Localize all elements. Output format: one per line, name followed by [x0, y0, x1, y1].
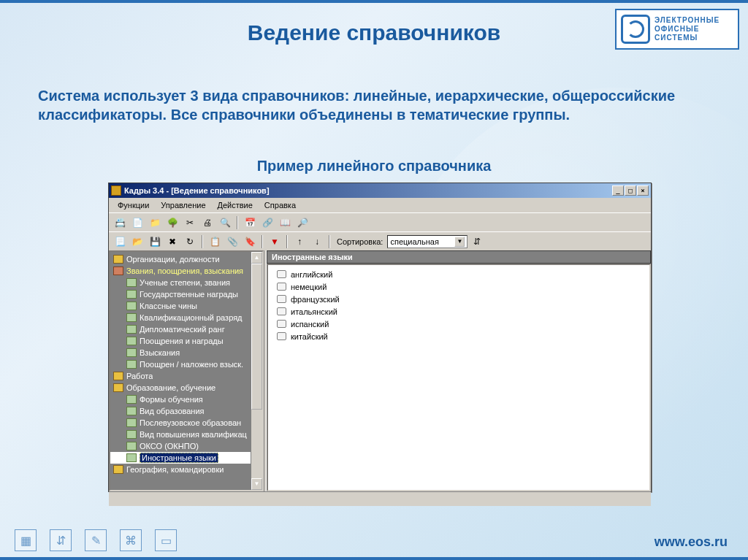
tree-item[interactable]: Дипломатический ранг	[110, 323, 262, 335]
toolbar-2: 📃 📂 💾 ✖ ↻ 📋 📎 🔖 ▼ ↑ ↓ Сортировка: специа…	[109, 231, 651, 250]
doc-icon	[126, 313, 137, 322]
tb-tag-icon[interactable]: 🔖	[242, 234, 258, 249]
tree-item[interactable]: Взыскания	[110, 347, 262, 358]
list-item-label: испанский	[291, 320, 329, 329]
tb-page-icon[interactable]: 📄	[129, 215, 145, 230]
slide-bottom-border	[0, 557, 748, 560]
tree-item-label: Ученые степени, звания	[140, 278, 230, 287]
doc-icon	[126, 302, 137, 310]
tree-item[interactable]: Организации, должности	[110, 253, 262, 265]
tree-item[interactable]: Образование, обучение	[110, 382, 262, 394]
maximize-button[interactable]: □	[625, 185, 636, 196]
slide-top-border	[0, 0, 748, 3]
tree-item-label: Работа	[126, 372, 153, 380]
list-item[interactable]: китайский	[271, 330, 646, 342]
tree-item-label: Вид образования	[140, 407, 205, 415]
tree-item[interactable]: ОКСО (ОКНПО)	[110, 440, 262, 452]
tree-item[interactable]: Работа	[110, 370, 262, 382]
list-item-label: немецкий	[291, 283, 327, 291]
doc-icon	[126, 418, 137, 427]
tree-item-label: Поощрения и награды	[140, 337, 224, 345]
toolbar-sep-2	[202, 235, 203, 248]
tb-cut-icon[interactable]: ✂	[182, 215, 198, 230]
tb-up-icon[interactable]: ↑	[291, 234, 308, 249]
tree-item[interactable]: Вид повышения квалификац	[110, 429, 262, 440]
tb-save-icon[interactable]: 💾	[147, 234, 163, 249]
tb-book-icon[interactable]: 📖	[277, 215, 293, 230]
tree-item[interactable]: Иностранные языки	[110, 452, 262, 464]
menu-help[interactable]: Справка	[259, 199, 302, 211]
tree-item-label: Звания, поощрения, взыскания	[126, 266, 243, 275]
scroll-thumb[interactable]	[251, 264, 262, 410]
minimize-button[interactable]: _	[612, 185, 624, 196]
menu-action[interactable]: Действие	[212, 199, 259, 211]
chevron-down-icon[interactable]: ▼	[454, 237, 465, 247]
tb-open-icon[interactable]: 📂	[129, 234, 145, 249]
footer-url: www.eos.ru	[654, 534, 728, 550]
tb-down-icon[interactable]: ↓	[309, 234, 325, 249]
tree-item-label: География, командировки	[126, 465, 224, 474]
list-item[interactable]: итальянский	[271, 305, 646, 318]
folder-icon	[113, 465, 123, 474]
app-icon	[111, 185, 121, 196]
list-item[interactable]: испанский	[271, 318, 646, 330]
tree-item[interactable]: Квалификационный разряд	[110, 312, 262, 323]
menu-management[interactable]: Управление	[155, 199, 211, 211]
tree-item[interactable]: Ученые степени, звания	[110, 277, 262, 288]
tb-preview-icon[interactable]: 🔍	[217, 215, 233, 230]
footer-card-icon: ▭	[155, 529, 177, 551]
card-icon	[277, 270, 286, 278]
tb-paste-icon[interactable]: 📎	[224, 234, 240, 249]
tree-item-label: Организации, должности	[126, 255, 220, 264]
app-body: Организации, должностиЗвания, поощрения,…	[109, 250, 651, 491]
titlebar[interactable]: Кадры 3.4 - [Ведение справочников] _ □ ×	[109, 183, 651, 198]
list-item[interactable]: немецкий	[271, 280, 646, 293]
tb-print-icon[interactable]: 🖨	[199, 215, 215, 230]
window-controls: _ □ ×	[612, 185, 649, 196]
scroll-down-icon[interactable]: ▼	[251, 478, 262, 490]
tb-link-icon[interactable]: 🔗	[259, 215, 275, 230]
tree-item-label: Образование, обучение	[126, 383, 215, 392]
tb-new-icon[interactable]: 📃	[112, 234, 128, 249]
doc-icon	[126, 407, 137, 415]
tree-scrollbar[interactable]: ▲ ▼	[251, 252, 262, 490]
tb-apply-sort-icon[interactable]: ⇵	[469, 234, 485, 249]
list-item[interactable]: французский	[271, 293, 646, 305]
special-icon	[113, 266, 123, 275]
list-item[interactable]: английский	[271, 268, 646, 280]
doc-icon	[126, 348, 137, 357]
doc-icon	[126, 278, 137, 287]
scroll-up-icon[interactable]: ▲	[251, 252, 262, 264]
tree-item[interactable]: Поощрения и награды	[110, 335, 262, 347]
tree-item[interactable]: Звания, поощрения, взыскания	[110, 265, 262, 277]
tree-item-label: Вид повышения квалификац	[140, 430, 247, 439]
slide-subtitle: Пример линейного справочника	[0, 158, 748, 174]
tb-copy-icon[interactable]: 📋	[207, 234, 223, 249]
close-button[interactable]: ×	[637, 185, 649, 196]
tb-refresh-icon[interactable]: ↻	[182, 234, 198, 249]
tree-item[interactable]: География, командировки	[110, 464, 262, 475]
tb-tree-icon[interactable]: 🌳	[164, 215, 180, 230]
doc-icon	[126, 290, 137, 299]
doc-icon	[126, 325, 137, 334]
menu-functions[interactable]: Функции	[112, 199, 155, 211]
tb-cards-icon[interactable]: 📇	[112, 215, 128, 230]
content-panel: Иностранные языки английскийнемецкийфран…	[267, 250, 651, 491]
sort-select[interactable]: специальная ▼	[387, 235, 468, 248]
tree-item[interactable]: Послевузовское образован	[110, 417, 262, 429]
folder-icon	[113, 372, 123, 380]
tree-item-label: Взыскания	[140, 348, 180, 357]
tb-folder-icon[interactable]: 📁	[147, 215, 163, 230]
tree-item[interactable]: Вид образования	[110, 405, 262, 417]
tree-item[interactable]: Государственные награды	[110, 288, 262, 300]
tb-search-icon[interactable]: 🔎	[294, 215, 310, 230]
tb-calendar-icon[interactable]: 📅	[242, 215, 258, 230]
tree-item[interactable]: Классные чины	[110, 300, 262, 312]
tree-item[interactable]: Формы обучения	[110, 394, 262, 405]
tb-filter-icon[interactable]: ▼	[267, 234, 283, 249]
content-body: английскийнемецкийфранцузскийитальянский…	[267, 264, 651, 491]
toolbar-sep-4	[286, 235, 288, 248]
tree-panel: Организации, должностиЗвания, поощрения,…	[109, 250, 264, 491]
tb-delete-icon[interactable]: ✖	[164, 234, 180, 249]
tree-item[interactable]: Поощрен / наложено взыск.	[110, 358, 262, 370]
